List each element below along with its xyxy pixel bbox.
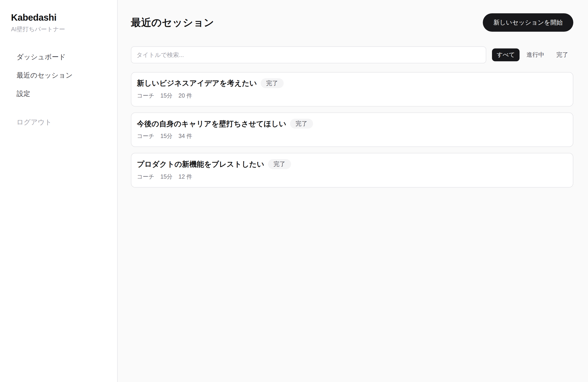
- session-title-row: 今後の自身のキャリアを壁打ちさせてほしい 完了: [137, 119, 567, 129]
- session-card[interactable]: 今後の自身のキャリアを壁打ちさせてほしい 完了 コーチ 15分 34 件: [131, 113, 573, 147]
- status-badge: 完了: [290, 119, 313, 129]
- filter-completed[interactable]: 完了: [551, 48, 573, 61]
- session-title-row: 新しいビジネスアイデアを考えたい 完了: [137, 78, 567, 88]
- session-meta-duration: 15分: [160, 173, 172, 181]
- session-title-row: プロダクトの新機能をブレストしたい 完了: [137, 159, 567, 169]
- page-title: 最近のセッション: [131, 16, 214, 29]
- session-meta-count: 34 件: [178, 132, 192, 140]
- session-meta-coach: コーチ: [137, 92, 154, 100]
- session-meta-coach: コーチ: [137, 132, 154, 140]
- search-row: すべて 進行中 完了: [131, 46, 573, 63]
- brand: Kabedashi AI壁打ちパートナー: [11, 12, 111, 33]
- session-meta: コーチ 15分 34 件: [137, 132, 567, 140]
- session-list: 新しいビジネスアイデアを考えたい 完了 コーチ 15分 20 件 今後の自身のキ…: [131, 72, 573, 188]
- main-content: 最近のセッション 新しいセッションを開始 すべて 進行中 完了 新しいビジネスア…: [118, 0, 588, 382]
- session-meta-duration: 15分: [160, 132, 172, 140]
- filter-all[interactable]: すべて: [492, 48, 520, 61]
- status-badge: 完了: [268, 159, 291, 169]
- session-meta-coach: コーチ: [137, 173, 154, 181]
- status-badge: 完了: [261, 78, 284, 88]
- session-title: プロダクトの新機能をブレストしたい: [137, 160, 264, 168]
- brand-name: Kabedashi: [11, 12, 111, 23]
- session-meta-count: 12 件: [178, 173, 192, 181]
- brand-tagline: AI壁打ちパートナー: [11, 25, 111, 33]
- sidebar: Kabedashi AI壁打ちパートナー ダッシュボード 最近のセッション 設定…: [0, 0, 118, 382]
- page-header: 最近のセッション 新しいセッションを開始: [131, 13, 573, 32]
- sidebar-item-recent-sessions[interactable]: 最近のセッション: [11, 69, 111, 81]
- sidebar-nav: ダッシュボード 最近のセッション 設定: [11, 51, 111, 100]
- session-meta: コーチ 15分 20 件: [137, 92, 567, 100]
- filter-group: すべて 進行中 完了: [492, 48, 573, 61]
- session-meta: コーチ 15分 12 件: [137, 173, 567, 181]
- session-title: 今後の自身のキャリアを壁打ちさせてほしい: [137, 119, 286, 128]
- sidebar-item-settings[interactable]: 設定: [11, 87, 111, 100]
- search-input[interactable]: [131, 46, 486, 63]
- filter-in-progress[interactable]: 進行中: [521, 48, 549, 61]
- session-title: 新しいビジネスアイデアを考えたい: [137, 79, 257, 87]
- logout-button[interactable]: ログアウト: [11, 116, 111, 128]
- session-card[interactable]: 新しいビジネスアイデアを考えたい 完了 コーチ 15分 20 件: [131, 72, 573, 106]
- session-meta-duration: 15分: [160, 92, 172, 100]
- new-session-button[interactable]: 新しいセッションを開始: [483, 13, 573, 32]
- sidebar-item-dashboard[interactable]: ダッシュボード: [11, 51, 111, 63]
- session-card[interactable]: プロダクトの新機能をブレストしたい 完了 コーチ 15分 12 件: [131, 153, 573, 187]
- session-meta-count: 20 件: [178, 92, 192, 100]
